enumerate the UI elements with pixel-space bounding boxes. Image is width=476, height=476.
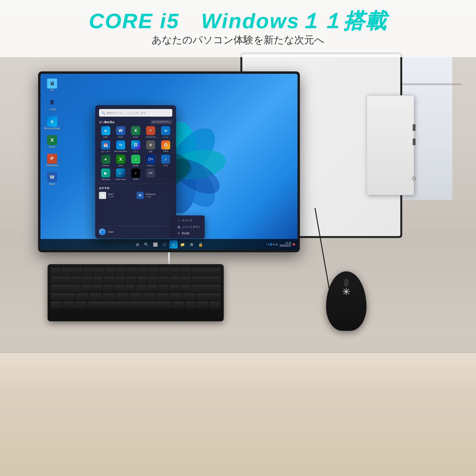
- pinned-section-header: ピン留め済み すべてのアプリ ›: [99, 120, 172, 124]
- power-menu: ☽ スリープ ⏻ シャットダウン ↺ 再起動: [174, 215, 205, 238]
- desktop-icon-pc[interactable]: 🖥 PC: [44, 79, 60, 92]
- taskbar-task-view[interactable]: ⬜: [151, 240, 159, 249]
- start-button[interactable]: ⊞: [133, 240, 141, 249]
- main-title: CORE i5 Windows１１搭載: [89, 11, 387, 32]
- start-search-bar[interactable]: 🔍 検索するには、ここに入力します: [99, 109, 172, 117]
- mouse-brand-logo: [340, 286, 352, 298]
- restart-button[interactable]: ↺ 再起動: [174, 230, 205, 237]
- rec-item-1[interactable]: 📄 DHP1 4 分前: [99, 192, 135, 199]
- shutdown-button[interactable]: ⏻ シャットダウン: [174, 224, 205, 230]
- recommended-section: おすすめ 📄 DHP1 4 分前 W: [99, 184, 172, 199]
- rec-item-2[interactable]: W EnNormal 5 分前: [136, 192, 172, 199]
- pinned-clipchamp[interactable]: ▶ Clipchamp: [99, 169, 112, 180]
- all-apps-button[interactable]: すべてのアプリ ›: [151, 120, 172, 124]
- taskbar-edge[interactable]: e: [170, 240, 178, 249]
- pinned-xbox[interactable]: X Xbox: [114, 155, 127, 167]
- header: CORE i5 Windows１１搭載 あなたのパソコン体験を新たな次元へ: [0, 0, 476, 57]
- sub-title: あなたのパソコン体験を新たな次元へ: [152, 33, 324, 47]
- taskbar-clock[interactable]: 11:23 2022/01/07: [279, 242, 291, 247]
- pinned-photos[interactable]: 🖼 フォト: [129, 140, 142, 153]
- keyboard-keys: [48, 264, 224, 312]
- pc-power-button[interactable]: [412, 177, 416, 180]
- monitor-setup: 🖥 PC 🗑 ごみ箱 e Microsoft Edge X: [38, 52, 414, 350]
- taskbar-icons: ⊞ 🔍 ⬜ ⬡ e 📁 ⚙ 🔒: [133, 240, 205, 249]
- start-menu: 🔍 検索するには、ここに入力します ピン留め済み すべてのアプリ › e Edg…: [95, 105, 176, 238]
- rec-icon-2: W: [136, 192, 144, 199]
- monitor-screen: 🖥 PC 🗑 ごみ箱 e Microsoft Edge X: [40, 74, 298, 250]
- user-avatar: 👤: [99, 228, 106, 235]
- taskbar-search[interactable]: 🔍: [142, 240, 151, 249]
- sleep-button[interactable]: ☽ スリープ: [174, 217, 205, 224]
- pinned-more[interactable]: •••: [144, 169, 157, 180]
- taskbar-settings[interactable]: ⚙: [187, 240, 196, 249]
- pinned-todo[interactable]: ✓ To Do: [159, 155, 172, 167]
- taskbar-explorer[interactable]: 📁: [178, 240, 187, 249]
- pinned-settings[interactable]: ⚙ 設定: [144, 140, 157, 153]
- taskbar-right-area: ^ A 🌐 ⚙ 🔊 11:23 2022/01/07: [266, 242, 295, 247]
- start-user-area[interactable]: 👤 User: [99, 226, 172, 235]
- pinned-ppt[interactable]: P PowerPoint: [144, 126, 157, 138]
- pinned-word[interactable]: W Word: [114, 126, 127, 138]
- pinned-store[interactable]: 🛍 Microsoft Store: [114, 140, 127, 153]
- keyboard[interactable]: [48, 264, 224, 321]
- desktop-icon-word[interactable]: W Word: [44, 172, 60, 186]
- search-icon: 🔍: [102, 111, 105, 115]
- desktop-icon-ppt[interactable]: P PowerPoint: [44, 153, 60, 167]
- notification-dot: [293, 243, 295, 246]
- pinned-tiktok[interactable]: ♪ TikTok: [129, 169, 142, 180]
- desktop-icons-container: 🖥 PC 🗑 ごみ箱 e Microsoft Edge X: [44, 79, 60, 186]
- mini-pc-unit: [367, 95, 414, 195]
- taskbar-system-icons: ^ A 🌐 ⚙ 🔊: [266, 243, 278, 246]
- pc-port-2: [413, 138, 416, 145]
- pinned-edge[interactable]: e Edge: [99, 126, 112, 138]
- pinned-disney[interactable]: D+ Disney +: [144, 155, 157, 167]
- pc-port-1: [413, 124, 416, 131]
- desk-surface: [0, 352, 476, 476]
- pinned-excel[interactable]: X Excel: [129, 126, 142, 138]
- taskbar: ⊞ 🔍 ⬜ ⬡ e 📁 ⚙ 🔒 ^ A 🌐 ⚙ 🔊: [40, 239, 298, 250]
- pinned-apps-grid: e Edge W Word X Excel: [99, 126, 172, 180]
- taskbar-security[interactable]: 🔒: [197, 240, 205, 249]
- monitor-bezel: 🖥 PC 🗑 ごみ箱 e Microsoft Edge X: [38, 71, 300, 252]
- rec-icon-1: 📄: [99, 192, 106, 199]
- taskbar-widgets[interactable]: ⬡: [160, 240, 169, 249]
- windows-desktop[interactable]: 🖥 PC 🗑 ごみ箱 e Microsoft Edge X: [40, 74, 298, 250]
- desktop-icon-excel[interactable]: X Excel: [44, 135, 60, 148]
- pinned-calendar[interactable]: 📅 カレンダー: [99, 140, 112, 153]
- recommended-items-list: 📄 DHP1 4 分前 W EnNormal: [99, 192, 172, 199]
- main-monitor: 🖥 PC 🗑 ごみ箱 e Microsoft Edge X: [38, 71, 300, 276]
- pinned-spotify[interactable]: ♪ Spotify: [129, 155, 142, 167]
- pinned-prime[interactable]: ▷ Prime Video: [114, 169, 127, 180]
- pinned-office[interactable]: O Office: [159, 140, 172, 153]
- mouse[interactable]: [326, 271, 367, 331]
- desktop-icon-trash[interactable]: 🗑 ごみ箱: [44, 97, 60, 111]
- pinned-solitaire[interactable]: ♠ Solitaire: [99, 155, 112, 167]
- desktop-icon-edge[interactable]: e Microsoft Edge: [44, 116, 60, 130]
- pinned-mail[interactable]: ✉ メール: [159, 126, 172, 138]
